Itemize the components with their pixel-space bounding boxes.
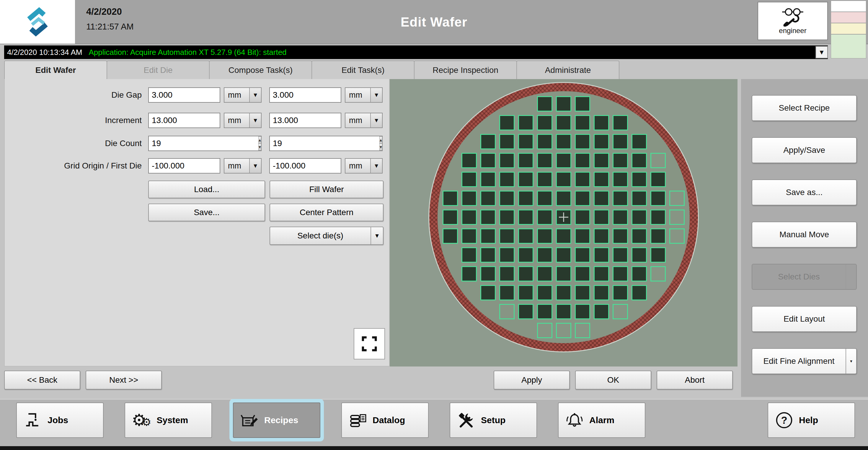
next-button[interactable]: Next >> [86,371,162,389]
die[interactable] [631,153,647,168]
die[interactable] [461,172,477,187]
die[interactable] [631,247,647,263]
tab-compose-tasks[interactable]: Compose Task(s) [209,61,312,79]
die[interactable] [518,304,533,319]
die[interactable] [575,115,590,130]
chevron-down-icon[interactable]: ▼ [370,159,382,173]
die[interactable] [631,172,647,187]
die[interactable] [631,228,647,244]
die[interactable] [575,153,590,168]
die[interactable] [669,191,685,206]
die[interactable] [499,153,515,168]
taskbar-recipes-button[interactable]: Recipes [233,403,320,438]
taskbar-setup-button[interactable]: Setup [450,403,537,438]
die[interactable] [556,134,571,149]
die[interactable] [518,115,533,130]
edit-layout-button[interactable]: Edit Layout [752,306,857,332]
die[interactable] [575,228,590,244]
die[interactable] [499,266,515,282]
die[interactable] [556,115,571,130]
edit-fine-alignment-button[interactable]: Edit Fine Alignment ▾ [752,348,857,374]
die[interactable] [480,247,496,263]
die[interactable] [575,266,590,282]
status-dropdown-button[interactable]: ▼ [815,46,828,58]
chevron-down-icon[interactable]: ▼ [370,88,382,102]
die[interactable] [575,210,590,225]
die-gap-y-unit-select[interactable]: mm ▼ [345,87,383,103]
die[interactable] [499,172,515,187]
chevron-down-icon[interactable]: ▼ [249,159,261,173]
die[interactable] [556,228,571,244]
user-button[interactable]: engineer [757,2,828,40]
save-as-button[interactable]: Save as... [752,180,857,205]
die[interactable] [556,266,571,282]
back-button[interactable]: << Back [4,371,80,389]
die[interactable] [537,323,552,338]
die[interactable] [537,191,552,206]
die[interactable] [556,323,571,338]
die-count-y-spinner[interactable]: ▲ ▼ [269,136,383,151]
die[interactable] [480,191,496,206]
die[interactable] [594,285,609,300]
die[interactable] [480,153,496,168]
die[interactable] [613,153,628,168]
taskbar-datalog-button[interactable]: Datalog [341,403,429,438]
abort-button[interactable]: Abort [657,371,733,389]
chevron-down-icon[interactable]: ▼ [370,113,382,127]
die[interactable] [650,247,666,263]
die[interactable] [461,210,477,225]
die[interactable] [537,266,552,282]
die[interactable] [631,210,647,225]
die[interactable] [613,228,628,244]
die[interactable] [594,304,609,319]
die[interactable] [594,153,609,168]
grid-origin-y-input[interactable] [269,158,341,173]
increment-x-unit-select[interactable]: mm ▼ [224,113,261,128]
fill-wafer-button[interactable]: Fill Wafer [270,181,383,198]
die[interactable] [461,191,477,206]
tab-edit-tasks[interactable]: Edit Task(s) [311,61,414,79]
die[interactable] [613,266,628,282]
die[interactable] [461,153,477,168]
die[interactable] [575,304,590,319]
die[interactable] [556,172,571,187]
chevron-down-icon[interactable]: ▼ [249,113,261,127]
die[interactable] [556,285,571,300]
die[interactable] [613,285,628,300]
tab-edit-wafer[interactable]: Edit Wafer [4,61,107,79]
select-dies-dropdown-button[interactable]: Select die(s) ▼ [270,227,383,245]
grid-origin-x-unit-select[interactable]: mm ▼ [224,158,261,173]
die[interactable] [442,210,458,225]
die[interactable] [518,134,533,149]
die[interactable] [480,172,496,187]
die[interactable] [518,153,533,168]
apply-save-button[interactable]: Apply/Save [752,137,857,163]
taskbar-help-button[interactable]: ? Help [768,403,855,438]
die[interactable] [613,115,628,130]
die[interactable] [537,228,552,244]
die[interactable] [499,115,515,130]
spin-up-icon[interactable]: ▲ [379,136,382,143]
die[interactable] [613,304,628,319]
die[interactable] [613,247,628,263]
die[interactable] [461,228,477,244]
die[interactable] [518,266,533,282]
die[interactable] [499,191,515,206]
die[interactable] [518,191,533,206]
manual-move-button[interactable]: Manual Move [752,222,857,248]
die[interactable] [537,153,552,168]
die[interactable] [518,228,533,244]
die[interactable] [518,285,533,300]
die[interactable] [499,228,515,244]
die[interactable] [631,285,647,300]
die[interactable] [480,228,496,244]
die[interactable] [556,96,571,111]
die-gap-x-unit-select[interactable]: mm ▼ [224,87,261,103]
die[interactable] [537,304,552,319]
die-gap-y-input[interactable] [269,87,341,103]
die[interactable] [650,191,666,206]
die-gap-x-input[interactable] [148,87,220,103]
die[interactable] [556,304,571,319]
increment-y-unit-select[interactable]: mm ▼ [345,113,383,128]
die[interactable] [613,191,628,206]
